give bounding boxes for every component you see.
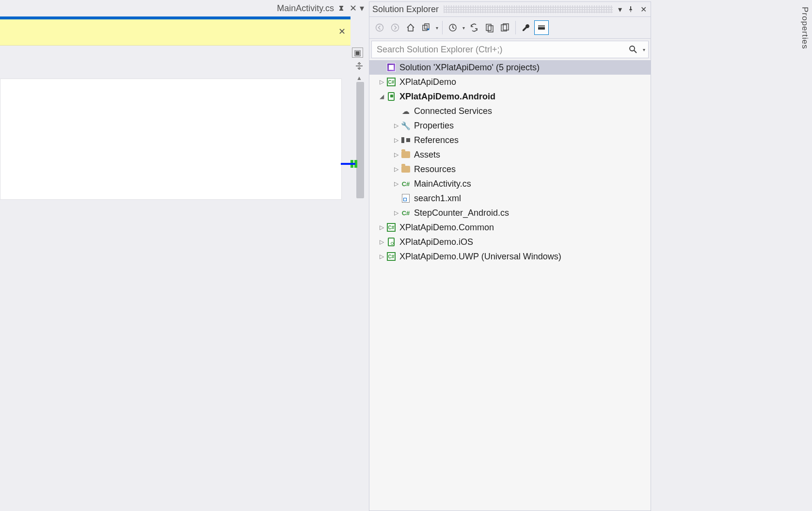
solution-search[interactable]: ▾: [371, 41, 649, 58]
tree-node-project-ios[interactable]: ▷ XPlatApiDemo.iOS: [369, 235, 651, 249]
properties-tab-label: Properties: [800, 7, 810, 49]
toolbar-separator: [442, 21, 443, 34]
solution-search-input[interactable]: [372, 45, 629, 55]
refresh-button[interactable]: [482, 20, 497, 35]
references-icon: [400, 135, 411, 145]
home-button[interactable]: [403, 20, 418, 35]
preview-selected-items-button[interactable]: [534, 20, 549, 35]
collapse-all-button[interactable]: [498, 20, 512, 35]
caret-position-marker-icon: [341, 163, 355, 165]
expand-icon[interactable]: ▷: [392, 151, 400, 158]
editor-tab-mainactivity[interactable]: MainActivity.cs ✕: [274, 0, 360, 16]
tree-node-folder-resources[interactable]: ▷ Resources: [369, 162, 651, 176]
right-sidebar: [651, 0, 812, 511]
svg-point-11: [630, 46, 635, 51]
csharp-file-icon: [400, 178, 411, 189]
editor-infobar: ✕: [0, 19, 350, 46]
folder-icon: [400, 164, 411, 175]
editor-canvas[interactable]: [0, 46, 350, 511]
expand-icon[interactable]: ▷: [377, 79, 386, 85]
tree-label: StepCounter_Android.cs: [414, 208, 513, 218]
csharp-file-icon: [400, 208, 411, 218]
panel-close-icon[interactable]: ✕: [639, 5, 648, 14]
editor-body: ✕ ▾ ▣ ▲: [0, 16, 367, 511]
tree-node-project-android[interactable]: ◢ XPlatApiDemo.Android: [369, 89, 651, 104]
expand-icon[interactable]: ▷: [377, 224, 386, 231]
switch-views-dropdown-icon[interactable]: ▾: [434, 25, 439, 31]
tree-label: Properties: [414, 121, 458, 131]
csproj-icon: [386, 222, 397, 233]
pin-icon[interactable]: [338, 4, 346, 12]
tree-node-file-stepcounter[interactable]: ▷ StepCounter_Android.cs: [369, 206, 651, 220]
panel-pin-icon[interactable]: [627, 6, 636, 13]
tree-node-project-uwp[interactable]: ▷ XPlatApiDemo.UWP (Universal Windows): [369, 249, 651, 264]
expand-icon[interactable]: ▷: [377, 239, 386, 245]
editor-tabbar: MainActivity.cs ✕ ▾: [0, 0, 367, 16]
tree-label: XPlatApiDemo: [399, 77, 460, 87]
split-window-icon[interactable]: [355, 62, 363, 70]
tree-label: Connected Services: [414, 106, 496, 116]
solution-explorer-panel: Solution Explorer ▾ ✕ ▾: [369, 1, 651, 511]
svg-point-0: [376, 24, 383, 32]
pending-changes-filter-button[interactable]: [446, 20, 460, 35]
infobar-close-icon[interactable]: ✕: [338, 26, 346, 37]
close-tab-icon[interactable]: ✕: [350, 3, 357, 14]
nav-back-button[interactable]: [372, 20, 387, 35]
editor-area: MainActivity.cs ✕ ▾ ✕ ▾ ▣ ▲: [0, 0, 367, 511]
properties-button[interactable]: [519, 20, 533, 35]
tree-label: Assets: [414, 150, 444, 160]
toggle-map-mode-icon[interactable]: ▣: [352, 48, 363, 58]
tree-node-properties[interactable]: ▷ 🔧 Properties: [369, 118, 651, 133]
solution-tree: ▷ Solution 'XPlatApiDemo' (5 projects) ▷…: [369, 59, 651, 511]
expand-icon[interactable]: ▷: [392, 180, 400, 187]
folder-icon: [400, 149, 411, 160]
xml-file-icon: [400, 193, 411, 204]
tree-label: XPlatApiDemo.UWP (Universal Windows): [399, 252, 565, 262]
panel-header: Solution Explorer ▾ ✕: [369, 2, 651, 16]
expand-icon[interactable]: ▷: [392, 122, 400, 129]
expand-icon[interactable]: ▷: [392, 137, 400, 144]
solution-icon: [386, 62, 397, 73]
panel-menu-dropdown-icon[interactable]: ▾: [616, 5, 624, 14]
filter-dropdown-icon[interactable]: ▾: [461, 25, 466, 31]
tree-label: XPlatApiDemo.Android: [399, 92, 499, 102]
tree-node-project-common[interactable]: ▷ XPlatApiDemo.Common: [369, 220, 651, 235]
tree-node-folder-assets[interactable]: ▷ Assets: [369, 147, 651, 162]
toolbar-separator: [515, 21, 516, 34]
tree-node-file-search-xml[interactable]: ▷ search1.xml: [369, 191, 651, 206]
tree-label: References: [414, 135, 462, 145]
svg-rect-9: [538, 27, 545, 30]
tree-node-file-mainactivity[interactable]: ▷ MainActivity.cs: [369, 176, 651, 191]
tree-node-solution[interactable]: ▷ Solution 'XPlatApiDemo' (5 projects): [369, 60, 651, 75]
editor-text-area[interactable]: [0, 79, 342, 200]
switch-views-button[interactable]: [419, 20, 433, 35]
tree-node-project[interactable]: ▷ XPlatApiDemo: [369, 75, 651, 89]
nav-forward-button[interactable]: [388, 20, 402, 35]
scroll-up-icon[interactable]: ▲: [356, 75, 362, 81]
search-icon[interactable]: [629, 45, 641, 54]
editor-scrollbar[interactable]: [356, 82, 364, 198]
android-project-icon: [386, 91, 397, 102]
tree-label: MainActivity.cs: [414, 179, 475, 189]
tree-node-references[interactable]: ▷ References: [369, 133, 651, 147]
panel-title: Solution Explorer: [372, 4, 444, 15]
solution-toolbar: ▾ ▾: [369, 16, 651, 39]
tree-label: Solution 'XPlatApiDemo' (5 projects): [399, 63, 543, 73]
tree-label: search1.xml: [414, 193, 465, 204]
ios-project-icon: [386, 237, 397, 247]
search-options-dropdown-icon[interactable]: ▾: [641, 47, 648, 52]
properties-collapsed-tab[interactable]: Properties: [798, 3, 811, 53]
sync-active-document-button[interactable]: [467, 20, 481, 35]
expand-icon[interactable]: ▷: [392, 166, 400, 173]
expand-icon[interactable]: ▷: [377, 253, 386, 260]
svg-rect-6: [488, 26, 493, 32]
collapse-icon[interactable]: ◢: [377, 93, 386, 100]
expand-icon[interactable]: ▷: [392, 209, 400, 216]
tree-node-connected-services[interactable]: ▷ ☁ Connected Services: [369, 104, 651, 118]
csproj-icon: [386, 251, 397, 262]
panel-drag-handle[interactable]: [444, 5, 613, 13]
svg-rect-5: [486, 24, 491, 31]
wrench-icon: 🔧: [400, 120, 411, 131]
tab-list-dropdown-icon[interactable]: ▾: [360, 3, 364, 14]
cloud-icon: ☁: [400, 106, 411, 116]
